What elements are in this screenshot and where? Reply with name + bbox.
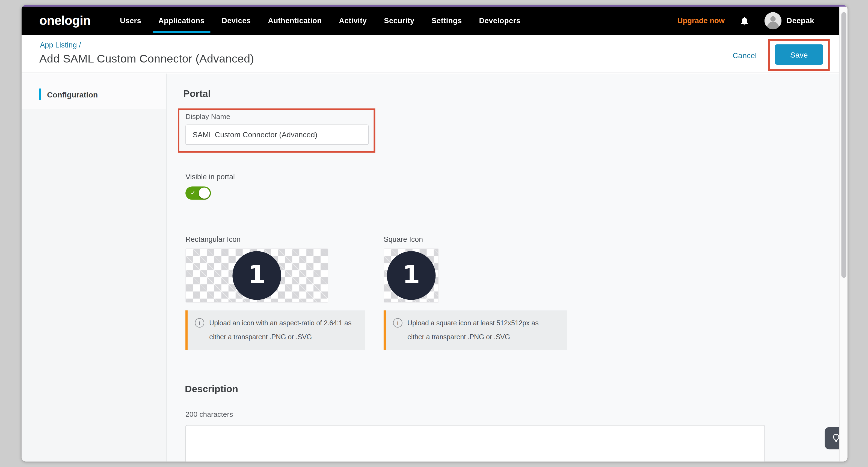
upgrade-now-link[interactable]: Upgrade now <box>677 17 725 25</box>
notifications-bell-icon[interactable] <box>740 15 749 27</box>
description-section-title: Description <box>185 383 238 395</box>
display-name-label: Display Name <box>185 113 230 121</box>
top-nav: onelogin Users Applications Devices Auth… <box>22 6 839 35</box>
breadcrumb[interactable]: App Listing / <box>40 41 81 49</box>
nav-item-security[interactable]: Security <box>383 17 415 25</box>
rectangular-icon-help: i Upload an icon with an aspect-ratio of… <box>185 310 365 350</box>
avatar[interactable] <box>765 12 782 29</box>
save-button[interactable]: Save <box>775 44 823 65</box>
header-actions: Cancel Save <box>733 39 830 71</box>
page-scrollbar[interactable] <box>839 6 847 461</box>
portal-section-title: Portal <box>183 88 211 100</box>
char-limit-label: 200 characters <box>185 410 233 418</box>
annotation-box-save: Save <box>768 39 830 71</box>
sidebar-item-configuration[interactable]: Configuration <box>22 74 166 100</box>
nav-item-activity[interactable]: Activity <box>338 17 367 25</box>
user-menu[interactable]: Deepak <box>765 12 814 29</box>
check-icon: ✓ <box>190 189 196 196</box>
help-line: either a transparent .PNG or .SVG <box>209 330 351 344</box>
onelogin-mark-icon: 1 <box>387 251 435 300</box>
nav-item-users[interactable]: Users <box>119 17 142 25</box>
content-area: Configuration Portal Display Name Visibl… <box>22 74 839 462</box>
cancel-button[interactable]: Cancel <box>733 51 756 59</box>
square-icon-upload[interactable]: 1 <box>383 248 439 303</box>
square-icon-help: i Upload a square icon at least 512x512p… <box>383 310 567 350</box>
nav-item-settings[interactable]: Settings <box>431 17 462 25</box>
onelogin-mark-icon: 1 <box>232 251 281 300</box>
help-line: either a transparent .PNG or .SVG <box>407 330 538 344</box>
visible-in-portal-toggle[interactable]: ✓ <box>185 186 211 200</box>
user-name: Deepak <box>787 17 814 25</box>
nav-item-authentication[interactable]: Authentication <box>267 17 322 25</box>
square-icon-label: Square Icon <box>383 235 423 244</box>
help-line: Upload a square icon at least 512x512px … <box>407 317 538 330</box>
info-icon: i <box>195 318 204 328</box>
onelogin-logo: onelogin <box>39 13 91 28</box>
window-accent-strip <box>22 5 847 6</box>
help-line: Upload an icon with an aspect-ratio of 2… <box>209 317 351 330</box>
nav-item-applications[interactable]: Applications <box>158 17 205 25</box>
nav-item-developers[interactable]: Developers <box>478 17 521 25</box>
toggle-knob <box>199 188 210 199</box>
desktop: onelogin Users Applications Devices Auth… <box>0 0 868 467</box>
active-item-accent-bar <box>39 88 41 100</box>
browser-window: onelogin Users Applications Devices Auth… <box>22 5 847 461</box>
sidebar-nav-list: Configuration <box>22 74 166 109</box>
info-icon: i <box>393 318 402 328</box>
rectangular-icon-upload[interactable]: 1 <box>185 248 328 303</box>
topbar-right: Upgrade now Deepak <box>677 12 839 29</box>
display-name-input[interactable] <box>185 124 369 145</box>
sidebar: Configuration <box>22 74 166 462</box>
description-textarea[interactable] <box>185 425 765 462</box>
sidebar-item-label: Configuration <box>47 90 98 98</box>
visible-in-portal-label: Visible in portal <box>185 173 235 181</box>
page-title: Add SAML Custom Connector (Advanced) <box>39 52 254 65</box>
rectangular-icon-label: Rectangular Icon <box>185 235 241 244</box>
page-header: App Listing / Add SAML Custom Connector … <box>22 35 839 73</box>
primary-nav: Users Applications Devices Authenticatio… <box>119 17 521 25</box>
nav-item-devices[interactable]: Devices <box>221 17 251 25</box>
scrollbar-thumb[interactable] <box>841 12 846 278</box>
main-panel: Portal Display Name Visible in portal ✓ … <box>167 74 839 462</box>
